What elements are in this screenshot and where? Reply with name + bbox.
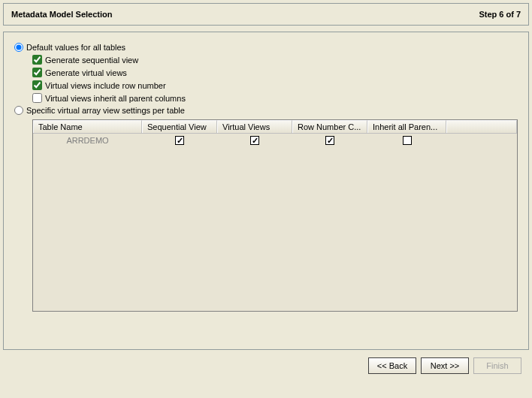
virtual-rownum-checkbox[interactable] — [32, 80, 42, 90]
next-button[interactable]: Next >> — [421, 357, 469, 374]
back-button[interactable]: << Back — [368, 357, 416, 374]
col-table-name[interactable]: Table Name — [33, 120, 142, 133]
table-row[interactable]: ARRDEMO — [33, 134, 517, 147]
virtual-rownum-label: Virtual views include row number — [45, 81, 166, 90]
virtual-inherit-checkbox[interactable] — [32, 93, 42, 103]
generate-sequential-label: Generate sequential view — [45, 56, 138, 65]
page-title: Metadata Model Selection — [11, 10, 112, 19]
cell-virtual-checkbox[interactable] — [250, 136, 259, 145]
wizard-footer: << Back Next >> Finish — [3, 350, 529, 374]
specific-settings-label: Specific virtual array view settings per… — [26, 106, 185, 115]
step-indicator: Step 6 of 7 — [479, 10, 521, 19]
finish-button: Finish — [473, 357, 521, 374]
cell-spacer — [446, 134, 517, 147]
table-header-row: Table Name Sequential View Virtual Views… — [33, 120, 517, 134]
col-virtual-views[interactable]: Virtual Views — [217, 120, 292, 133]
generate-sequential-checkbox[interactable] — [32, 55, 42, 65]
virtual-inherit-label: Virtual views inherit all parent columns — [45, 94, 186, 103]
cell-sequential-checkbox[interactable] — [175, 136, 184, 145]
settings-table: Table Name Sequential View Virtual Views… — [32, 119, 518, 312]
col-row-number[interactable]: Row Number C... — [292, 120, 367, 133]
default-values-label: Default values for all tables — [26, 43, 125, 52]
cell-table-name: ARRDEMO — [33, 134, 142, 147]
cell-rownum-checkbox[interactable] — [325, 136, 334, 145]
col-sequential-view[interactable]: Sequential View — [142, 120, 217, 133]
generate-virtual-checkbox[interactable] — [32, 68, 42, 77]
specific-settings-radio[interactable] — [14, 106, 23, 115]
col-spacer — [446, 120, 517, 133]
main-panel: Default values for all tables Generate s… — [3, 32, 529, 350]
col-inherit-parent[interactable]: Inherit all Paren... — [367, 120, 446, 133]
wizard-header: Metadata Model Selection Step 6 of 7 — [3, 3, 529, 26]
cell-inherit-checkbox[interactable] — [403, 136, 412, 145]
generate-virtual-label: Generate virtual views — [45, 68, 127, 77]
default-values-radio[interactable] — [14, 43, 23, 52]
